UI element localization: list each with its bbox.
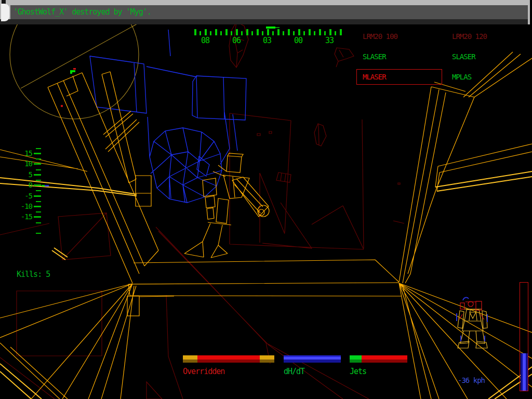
speed-readout: -36 kph	[458, 376, 485, 384]
pitch-label: -5	[15, 192, 32, 200]
compass-tick	[309, 29, 311, 35]
pitch-label: -15	[15, 212, 32, 221]
kills-counter: Kills: 5	[17, 270, 50, 279]
compass-tick	[246, 29, 248, 35]
gauge-label: dH/dT	[284, 367, 304, 376]
weapon-item[interactable]: LRM20 100	[363, 32, 397, 41]
compass-tick	[251, 31, 253, 35]
gauge-segment	[183, 355, 197, 363]
pitch-minor-tick	[36, 190, 41, 191]
pitch-label: 10	[15, 159, 32, 168]
pitch-minor-tick	[36, 180, 41, 181]
pitch-major-tick	[34, 174, 41, 176]
compass-tick	[298, 29, 300, 35]
gauge-bar	[284, 355, 341, 363]
pitch-label: 15	[15, 149, 32, 157]
weapon-item[interactable]: SLASER	[452, 52, 475, 61]
compass-heading-marker-tail	[275, 27, 280, 28]
compass-tick	[200, 31, 201, 35]
pitch-label: 5	[15, 170, 32, 179]
compass-tick	[210, 31, 211, 35]
compass-tick	[267, 29, 269, 35]
pitch-minor-tick	[36, 148, 41, 149]
compass-tick	[225, 29, 228, 35]
compass-tick	[283, 31, 284, 35]
compass-tick	[257, 29, 259, 35]
compass-tick	[262, 31, 263, 35]
throttle-outline	[520, 282, 528, 391]
velocity-vector-marker	[45, 185, 49, 187]
compass-tick	[319, 29, 321, 35]
gauge-segment	[362, 355, 407, 363]
cockpit-frame	[0, 52, 532, 399]
compass-tick	[303, 31, 305, 35]
gauge-label: Overridden	[183, 367, 224, 376]
pitch-minor-tick	[36, 201, 41, 202]
chat-scroll-thumb[interactable]	[1, 4, 9, 21]
compass-tick	[272, 31, 274, 35]
pitch-minor-tick	[36, 169, 41, 170]
pitch-major-tick	[34, 163, 41, 165]
weapon-item[interactable]: SLASER	[363, 52, 386, 61]
gauge-segment	[197, 355, 260, 363]
pitch-label: 0	[15, 181, 32, 189]
compass-tick	[288, 29, 290, 35]
compass-label: 33	[319, 36, 340, 45]
compass-tick	[220, 31, 222, 35]
compass-tick	[277, 29, 280, 35]
blue-mech-wireframe	[90, 30, 246, 203]
background-wreckage	[0, 22, 404, 399]
gauge-bar	[350, 355, 407, 363]
pitch-major-tick	[34, 216, 41, 218]
game-viewport[interactable]: 'GhostWolf_X' destroyed by 'Myg'. 080603…	[0, 0, 532, 399]
compass-label: 00	[288, 36, 309, 45]
compass-label: 03	[257, 36, 277, 45]
compass-tick	[335, 31, 336, 35]
gauge-segment	[350, 355, 362, 363]
pitch-minor-tick	[36, 233, 41, 234]
pitch-major-tick	[34, 153, 41, 154]
pitch-major-tick	[34, 195, 41, 197]
pitch-major-tick	[34, 184, 41, 186]
compass-tick	[340, 29, 342, 35]
pitch-minor-tick	[36, 211, 41, 212]
compass-heading-marker	[266, 26, 275, 29]
compass-tick	[231, 31, 232, 35]
pitch-minor-tick	[36, 222, 41, 223]
weapon-item[interactable]: LRM20 120	[452, 32, 487, 41]
gauge-bar	[183, 355, 274, 363]
weapon-item[interactable]: MPLAS	[452, 73, 471, 81]
target-marker	[61, 68, 76, 107]
compass-label: 08	[195, 36, 216, 45]
compass-tick	[329, 29, 331, 35]
compass-tick	[293, 31, 295, 35]
compass-tick	[241, 31, 243, 35]
compass-label: 06	[226, 36, 247, 45]
compass-tick	[205, 29, 207, 35]
compass-tick	[236, 29, 238, 35]
gauge-segment	[284, 355, 341, 363]
pitch-major-tick	[34, 206, 41, 207]
chat-message: 'GhostWolf_X' destroyed by 'Myg'.	[14, 7, 151, 17]
pitch-minor-tick	[36, 158, 41, 159]
compass-tick	[194, 29, 196, 35]
weapon-item[interactable]: MLASER	[363, 73, 386, 81]
compass-tick	[324, 31, 326, 35]
pitch-label: -10	[15, 202, 32, 210]
compass-tick	[215, 29, 217, 35]
chat-bar-shadow	[0, 19, 528, 24]
gauge-segment	[260, 355, 274, 363]
gauge-label: Jets	[350, 367, 366, 376]
compass-tick	[314, 31, 315, 35]
